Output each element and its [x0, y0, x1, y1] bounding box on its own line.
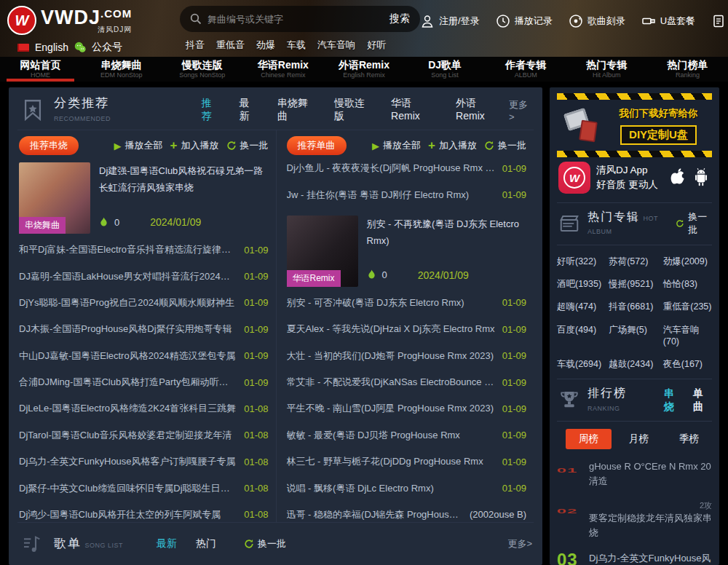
song-row[interactable]: 平生不晚 - 南山雪(DJ阿星 ProgHouse Rmx 2023)01-09 [287, 395, 527, 422]
song-row[interactable]: 和平Dj富妹-全国语Electro音乐抖音精选流行旋律清风01-09 [19, 237, 269, 263]
songlist-tab[interactable]: 热门 [196, 537, 216, 550]
nav-item-songs-nonstop[interactable]: 慢歌连版Songs NonStop [162, 57, 242, 82]
songlist-swap-button[interactable]: 换一批 [244, 537, 286, 550]
recommended-tab[interactable]: 慢歌连版 [334, 97, 372, 123]
song-row[interactable]: DJ嘉明-全国语LakHouse男女对唱抖音流行2024清吧01-09 [19, 263, 269, 289]
song-row[interactable]: DjTarol-国粤语Club音乐风格姣婆君定制迎接龙年清01-08 [19, 422, 269, 449]
featured-single[interactable]: 华语Remix 别安 - 不再犹豫(粤语 DJ东东 Eletcro Rmx) 0… [287, 216, 527, 287]
recommended-tab[interactable]: 串烧舞曲 [277, 97, 315, 123]
song-row[interactable]: Dj乌力-全英文FunkyHouse风格客户订制嘎腰子专属01-08 [19, 449, 269, 475]
featured-single-title[interactable]: 别安 - 不再犹豫(粤语 DJ东东 Eletcro Rmx) [367, 216, 527, 250]
song-row[interactable]: 合浦DJMing-国粤语Club风格打造Party包厢动听旋律01-09 [19, 369, 269, 395]
header-link-clock[interactable]: 播放记录 [496, 14, 553, 28]
recommended-tab[interactable]: 华语Remix [391, 97, 437, 123]
song-row[interactable]: Jw - 挂住你(粤语 粤语 DJ刚仔 Electro Rmx)01-09 [287, 181, 527, 208]
song-row[interactable]: 说唱 - 飘移(粤语 DjLc Electro Rmx)01-09 [287, 475, 527, 501]
ranking-period-tabs: 周榜月榜季榜 [557, 422, 712, 454]
android-icon[interactable] [692, 167, 711, 188]
album-tag[interactable]: 广场舞(5) [609, 324, 660, 348]
header-link-order[interactable]: 订单记录 [711, 14, 728, 28]
ranking-tab[interactable]: 串烧 [664, 387, 683, 414]
album-tag[interactable]: 汽车音响(70) [663, 324, 712, 348]
album-tag[interactable]: 劲爆(2009) [663, 256, 712, 267]
album-tag[interactable]: 恰恰(83) [663, 278, 712, 290]
album-tag[interactable]: 超嗨(474) [557, 301, 606, 312]
featured-single-cover[interactable]: 华语Remix [287, 216, 358, 287]
play-all-button[interactable]: ▶播放全部 [372, 139, 421, 152]
ranking-period-tab[interactable]: 月榜 [616, 429, 662, 449]
nav-item-chinese-remix[interactable]: 华语RemixChinese Remix [242, 57, 323, 82]
song-row[interactable]: Dj聚仔-中英文Club缔造回味怀旧专属Dj聪聪生日独家01-08 [19, 475, 269, 501]
nav-item-song-list[interactable]: DJ歌单Song List [405, 57, 486, 82]
song-row[interactable]: DJ木振-全国语ProgHouse风格Dj聚仔实用炮哥专辑01-09 [19, 316, 269, 342]
search-button[interactable]: 搜索 [389, 12, 410, 25]
nav-item-english-remix[interactable]: 外语RemixEnglish Remix [323, 57, 404, 82]
usb-ad-banner[interactable]: 我们下载好寄给你 DIY定制U盘 [557, 93, 712, 157]
album-tag[interactable]: 重低音(235) [663, 301, 712, 312]
hot-album-swap-button[interactable]: 换一批 [676, 210, 712, 237]
featured-mix-title[interactable]: Dj建强-国粤语Club风格祝石碌兄弟一路长虹流行清风独家串烧 [99, 162, 269, 197]
nav-item-home[interactable]: 网站首页HOME [0, 57, 81, 82]
app-promo[interactable]: W 清风DJ App好音质 更动人 [557, 157, 712, 203]
song-row[interactable]: Dj鸿少-国粤语Club风格开往太空的列车阿斌专属01-08 [19, 502, 269, 522]
album-tag[interactable]: 抖音(6681) [609, 301, 660, 312]
header-link-usb[interactable]: U盘套餐 [641, 14, 695, 28]
album-tag[interactable]: 酒吧(1935) [557, 278, 606, 290]
recommended-tab[interactable]: 最新 [240, 97, 258, 123]
album-tag[interactable]: 车载(2694) [557, 358, 606, 370]
songlist-more-link[interactable]: 更多> [507, 537, 532, 550]
swap-batch-button[interactable]: 换一批 [484, 139, 526, 152]
song-row[interactable]: 夏天Alex - 等我先说(DjHzai X Dj东亮 Electro Rmx0… [287, 316, 527, 342]
ranking-period-tab[interactable]: 周榜 [566, 429, 612, 449]
ranking-item[interactable]: 01gHouse R O°CEre N Rmx 20清造 [557, 454, 712, 494]
song-row[interactable]: Dj小鱼儿 - 夜夜夜漫长(Dj阿帆 ProgHouse Rmx V201-09 [287, 155, 527, 181]
header-link-disc[interactable]: 歌曲刻录 [569, 14, 625, 28]
song-row[interactable]: 常艾非 - 不配说爱我(DjKaNSas ElectroBounce Rmx01… [287, 369, 527, 395]
album-tag[interactable]: 好听(322) [557, 256, 606, 267]
language-link[interactable]: English [35, 42, 68, 53]
song-row[interactable]: 别安 - 可否冲破(粤语 DJ东东 Eletcro Rmx)01-09 [287, 290, 527, 316]
search-input[interactable] [207, 14, 384, 25]
featured-mix-cover[interactable]: 串烧舞曲 [19, 162, 90, 234]
nav-item-album[interactable]: 作者专辑ALBUM [486, 57, 566, 82]
recommended-tab[interactable]: 外语Remix [456, 97, 502, 123]
featured-mix[interactable]: 串烧舞曲 Dj建强-国粤语Club风格祝石碌兄弟一路长虹流行清风独家串烧 0 2… [19, 162, 269, 234]
song-row[interactable]: 迅哥 - 稳稳的幸福(DJ锦先森 ProgHouse Rmx 2023)(200… [287, 502, 527, 522]
song-row[interactable]: 林三七 - 野草与栀子花(DjDDg ProgHouse Rmx01-09 [287, 449, 527, 475]
ranking-period-tab[interactable]: 季榜 [666, 429, 712, 449]
ranking-tab[interactable]: 单曲 [693, 387, 712, 414]
nav-item-ranking[interactable]: 热门榜单Ranking [647, 57, 728, 82]
apple-icon[interactable] [668, 167, 687, 188]
site-logo[interactable]: W VWDJ.COM清风DJ网 [7, 6, 171, 35]
album-tag[interactable]: 慢摇(9521) [609, 278, 660, 290]
hot-keyword[interactable]: 好听 [367, 39, 386, 52]
song-row[interactable]: 敏敏 - 最爱(粤语 DJ贝塔 ProgHouse Rmx01-09 [287, 422, 527, 449]
album-tag[interactable]: 百度(494) [557, 324, 606, 348]
album-tag[interactable]: 越鼓(2434) [609, 358, 660, 370]
header-link-user[interactable]: 注册/登录 [420, 14, 480, 28]
nav-item-edm-nonstop[interactable]: 串烧舞曲EDM NonStop [81, 57, 162, 82]
song-row[interactable]: DjYs聪聪-国粤语Prog祝自己2024顺风顺水顺财神生01-09 [19, 290, 269, 316]
album-tag[interactable]: 夜色(167) [663, 358, 712, 370]
add-to-queue-button[interactable]: +加入播放 [428, 138, 477, 153]
song-row[interactable]: 大壮 - 当初的我们(DJ炮哥 ProgHouse Rmx 2023)01-09 [287, 343, 527, 369]
album-tag[interactable]: 苏荷(572) [609, 256, 660, 267]
ranking-item[interactable]: 03Dj乌力-全英文FunkyHouse风格客户订制嘎腰子专属串烧 [557, 545, 712, 565]
recommended-more-link[interactable]: 更多> [509, 98, 532, 122]
ranking-item[interactable]: 022攻要客定制稳接龙年清风独家串烧 [557, 494, 712, 546]
disc-icon [569, 14, 583, 28]
hot-keyword[interactable]: 抖音 [186, 39, 205, 52]
recommended-tab[interactable]: 推荐 [202, 97, 221, 123]
wechat-link[interactable]: 公众号 [92, 41, 122, 54]
add-to-queue-button[interactable]: +加入播放 [170, 138, 219, 153]
nav-item-hit-album[interactable]: 热门专辑Hit Album [566, 57, 647, 82]
play-all-button[interactable]: ▶播放全部 [114, 139, 163, 152]
song-row[interactable]: DjLeLe-国粤语Electro风格缔造2K24首张科目三跳舞01-08 [19, 395, 269, 422]
songlist-tab[interactable]: 最新 [157, 537, 177, 550]
hot-keyword[interactable]: 汽车音响 [317, 39, 355, 52]
hot-keyword[interactable]: 劲爆 [256, 39, 275, 52]
swap-batch-button[interactable]: 换一批 [226, 139, 269, 152]
hot-keyword[interactable]: 车载 [287, 39, 306, 52]
song-row[interactable]: 中山DJ嘉敏-国粤语Electro风格2024精选汉堡包专属01-09 [19, 343, 269, 369]
hot-keyword[interactable]: 重低音 [216, 39, 245, 52]
